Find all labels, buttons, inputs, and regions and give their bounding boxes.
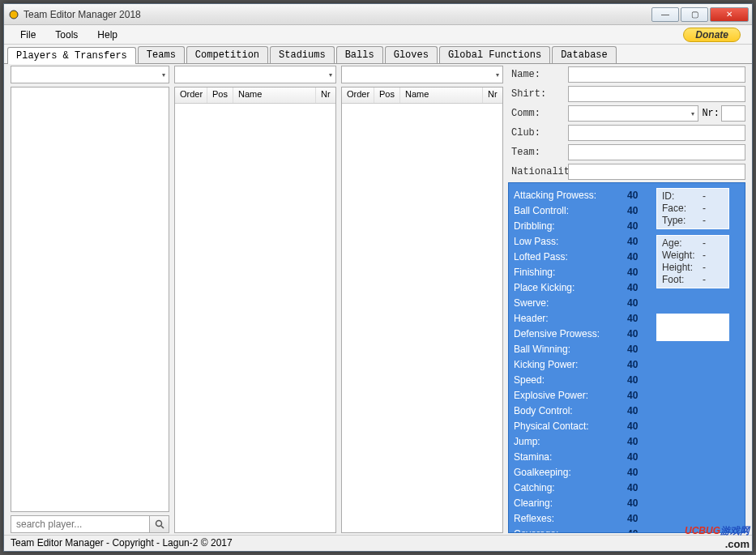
shirt-field[interactable]: [568, 86, 745, 102]
stat-label: Lofted Pass:: [514, 250, 627, 264]
stat-value: 40: [627, 188, 650, 203]
tab-balls[interactable]: Balls: [336, 46, 383, 63]
stat-value: 40: [627, 403, 650, 418]
stat-row: Kicking Power:40: [514, 357, 650, 372]
stat-row: Body Control:40: [514, 403, 650, 418]
stat-value: 40: [627, 373, 650, 387]
svg-point-1: [156, 521, 161, 527]
stat-value: 40: [627, 496, 650, 510]
menu-file[interactable]: File: [11, 28, 45, 42]
content-area: ▾ ▾ Order Pos Name Nr ▾: [11, 66, 745, 533]
info-row: Type:-: [662, 215, 724, 227]
info-row: Face:-: [662, 203, 724, 215]
svg-line-2: [161, 526, 164, 528]
info-column: ID:-Face:-Type:- Age:-Weight:-Height:-Fo…: [656, 188, 729, 527]
col-nr[interactable]: Nr: [316, 88, 335, 103]
column-player-details: Name: Shirt: Comm:▾Nr: Club: Team: Natio…: [508, 66, 745, 533]
tabstrip: Players & Transfers Teams Competition St…: [4, 45, 752, 64]
info-row: Weight:-: [662, 250, 724, 262]
club-field[interactable]: [568, 125, 745, 141]
app-icon: [7, 8, 20, 21]
nr-field[interactable]: [721, 105, 745, 122]
tab-database[interactable]: Database: [552, 46, 617, 63]
stat-row: Finishing:40: [514, 265, 650, 280]
stat-label: Ball Controll:: [514, 203, 627, 218]
chevron-down-icon: ▾: [329, 71, 332, 79]
stat-row: Coverage:40: [514, 527, 650, 533]
stat-value: 40: [627, 234, 650, 249]
stat-value: 40: [627, 511, 650, 526]
stat-value: 40: [627, 357, 650, 372]
stat-label: Jump:: [514, 434, 627, 449]
stat-row: Attacking Prowess:40: [514, 188, 650, 203]
team-listbox[interactable]: [11, 87, 169, 512]
search-icon: [155, 519, 164, 529]
stat-row: Place Kicking:40: [514, 280, 650, 295]
tab-gloves[interactable]: Gloves: [385, 46, 438, 63]
comm-dropdown[interactable]: ▾: [568, 105, 698, 122]
stat-value: 40: [627, 388, 650, 403]
tab-players-transfers[interactable]: Players & Transfers: [7, 47, 136, 64]
stat-label: Speed:: [514, 373, 627, 387]
menu-help[interactable]: Help: [88, 28, 127, 42]
team-field[interactable]: [568, 144, 745, 160]
stat-value: 40: [627, 327, 650, 341]
name-field[interactable]: [568, 66, 745, 83]
stat-value: 40: [627, 342, 650, 356]
squad-b-dropdown[interactable]: ▾: [341, 66, 503, 83]
stat-value: 40: [627, 280, 650, 295]
stat-label: Reflexes:: [514, 511, 627, 526]
stat-value: 40: [627, 250, 650, 264]
col-nr[interactable]: Nr: [483, 88, 502, 103]
tab-stadiums[interactable]: Stadiums: [270, 46, 335, 63]
stats-panel: Attacking Prowess:40Ball Controll:40Drib…: [508, 182, 745, 533]
donate-button[interactable]: Donate: [683, 28, 741, 42]
close-button[interactable]: ✕: [710, 7, 749, 22]
stat-label: Swerve:: [514, 296, 627, 310]
stat-label: Header:: [514, 311, 627, 326]
stats-list: Attacking Prowess:40Ball Controll:40Drib…: [514, 188, 650, 527]
tab-competition[interactable]: Competition: [186, 46, 268, 63]
stat-label: Body Control:: [514, 403, 627, 418]
stat-value: 40: [627, 480, 650, 495]
stat-value: 40: [627, 296, 650, 310]
stat-row: Reflexes:40: [514, 511, 650, 526]
minimize-button[interactable]: —: [651, 7, 679, 22]
squad-b-list[interactable]: Order Pos Name Nr: [341, 87, 503, 533]
nationality-field[interactable]: [568, 164, 745, 180]
col-name[interactable]: Name: [233, 88, 316, 103]
stat-label: Attacking Prowess:: [514, 188, 627, 203]
stat-label: Kicking Power:: [514, 357, 627, 372]
col-pos[interactable]: Pos: [207, 88, 233, 103]
stat-row: Ball Winning:40: [514, 342, 650, 356]
col-pos[interactable]: Pos: [374, 88, 400, 103]
titlebar: Team Editor Manager 2018 — ▢ ✕: [4, 4, 752, 25]
label-shirt: Shirt:: [508, 88, 568, 100]
stat-label: Stamina:: [514, 450, 627, 464]
portrait-box: [656, 314, 729, 341]
stat-row: Catching:40: [514, 480, 650, 495]
stat-row: Jump:40: [514, 434, 650, 449]
stat-row: Swerve:40: [514, 296, 650, 310]
stat-label: Place Kicking:: [514, 280, 627, 295]
statusbar: Team Editor Manager - Copyright - Lagun-…: [4, 535, 752, 551]
maximize-button[interactable]: ▢: [681, 7, 708, 22]
stat-value: 40: [627, 527, 650, 533]
tab-teams[interactable]: Teams: [138, 46, 185, 63]
stat-value: 40: [627, 203, 650, 218]
label-nationality: Nationalit:: [508, 166, 568, 177]
col-name[interactable]: Name: [400, 88, 483, 103]
search-button[interactable]: [150, 515, 169, 533]
squad-a-list[interactable]: Order Pos Name Nr: [174, 87, 336, 533]
search-input[interactable]: [11, 515, 150, 533]
tab-global-functions[interactable]: Global Functions: [439, 46, 550, 63]
squad-b-header: Order Pos Name Nr: [342, 88, 502, 104]
col-order[interactable]: Order: [175, 88, 207, 103]
stat-row: Explosive Power:40: [514, 388, 650, 403]
team-filter-dropdown[interactable]: ▾: [11, 66, 169, 83]
squad-a-dropdown[interactable]: ▾: [174, 66, 336, 83]
menu-tools[interactable]: Tools: [45, 28, 88, 42]
col-order[interactable]: Order: [342, 88, 374, 103]
column-teams: ▾: [11, 66, 169, 533]
stat-label: Ball Winning:: [514, 342, 627, 356]
